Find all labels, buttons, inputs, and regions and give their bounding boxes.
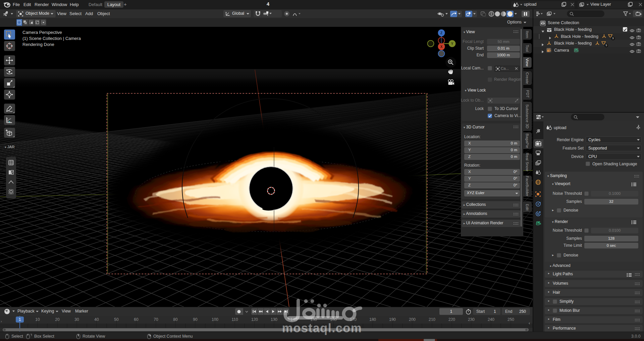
- svg-text:Z: Z: [440, 31, 442, 35]
- svg-text:Y: Y: [451, 42, 453, 46]
- svg-text:mostaql.com: mostaql.com: [282, 321, 362, 335]
- svg-text:X: X: [440, 45, 443, 49]
